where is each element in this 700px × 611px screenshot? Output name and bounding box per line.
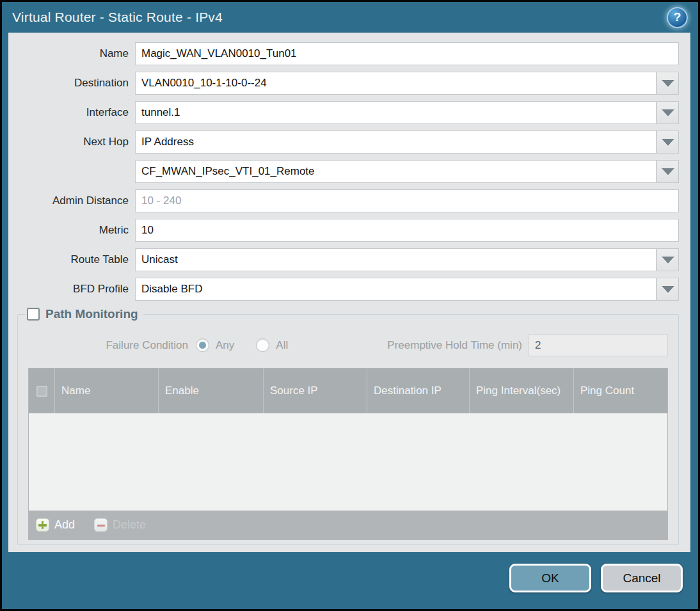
metric-label: Metric bbox=[17, 224, 135, 237]
path-monitoring-table: Name Enable Source IP Destination IP Pin… bbox=[28, 368, 668, 540]
minus-icon bbox=[94, 518, 107, 532]
chevron-down-icon bbox=[662, 168, 674, 175]
route-table-dropdown-button[interactable] bbox=[656, 248, 679, 271]
next-hop-address-dropdown-button[interactable] bbox=[656, 160, 679, 183]
cancel-button[interactable]: Cancel bbox=[601, 564, 683, 592]
interface-input[interactable] bbox=[135, 101, 656, 124]
route-table-label: Route Table bbox=[17, 253, 135, 266]
path-monitoring-legend: Path Monitoring bbox=[26, 307, 143, 321]
plus-icon bbox=[36, 518, 49, 532]
bfd-profile-label: BFD Profile bbox=[17, 283, 135, 296]
column-header-source-ip: Source IP bbox=[264, 369, 367, 413]
interface-row: Interface bbox=[17, 101, 679, 124]
help-icon[interactable]: ? bbox=[667, 7, 688, 28]
bfd-profile-input[interactable] bbox=[135, 278, 656, 301]
column-header-enable: Enable bbox=[159, 369, 264, 413]
delete-button[interactable]: Delete bbox=[94, 518, 146, 532]
column-header-ping-interval: Ping Interval(sec) bbox=[470, 369, 574, 413]
column-header-destination-ip: Destination IP bbox=[367, 369, 470, 413]
next-hop-row: Next Hop bbox=[17, 131, 679, 154]
failure-condition-any-label: Any bbox=[216, 339, 234, 352]
select-all-cell bbox=[29, 369, 55, 413]
destination-row: Destination bbox=[17, 72, 679, 95]
path-monitoring-section: Path Monitoring Failure Condition Any Al… bbox=[17, 307, 679, 545]
name-label: Name bbox=[17, 47, 135, 60]
path-monitoring-title: Path Monitoring bbox=[45, 307, 138, 321]
ok-button[interactable]: OK bbox=[509, 564, 591, 592]
next-hop-type-dropdown-button[interactable] bbox=[656, 131, 679, 154]
dialog-title: Virtual Router - Static Route - IPv4 bbox=[12, 10, 223, 25]
next-hop-label: Next Hop bbox=[17, 136, 135, 148]
path-monitoring-checkbox[interactable] bbox=[27, 308, 40, 321]
next-hop-address-input[interactable] bbox=[135, 160, 656, 183]
interface-label: Interface bbox=[17, 106, 135, 119]
next-hop-address-row bbox=[17, 160, 679, 183]
destination-label: Destination bbox=[17, 77, 135, 90]
preemptive-hold-time-input[interactable] bbox=[529, 334, 668, 356]
chevron-down-icon bbox=[662, 139, 674, 146]
chevron-down-icon bbox=[662, 80, 674, 87]
destination-input[interactable] bbox=[135, 72, 656, 95]
dialog: Virtual Router - Static Route - IPv4 ? N… bbox=[0, 0, 700, 611]
chevron-down-icon bbox=[662, 286, 674, 293]
admin-distance-label: Admin Distance bbox=[17, 194, 135, 207]
name-row: Name bbox=[17, 42, 679, 65]
delete-button-label: Delete bbox=[113, 518, 146, 532]
bfd-profile-row: BFD Profile bbox=[17, 278, 679, 301]
dialog-content: Name Destination Interface Next Hop bbox=[8, 33, 690, 552]
destination-dropdown-button[interactable] bbox=[656, 72, 679, 95]
table-toolbar: Add Delete bbox=[29, 511, 667, 539]
preemptive-hold-time-label: Preemptive Hold Time (min) bbox=[387, 339, 522, 352]
table-body-empty bbox=[29, 413, 667, 511]
table-header-row: Name Enable Source IP Destination IP Pin… bbox=[29, 369, 667, 413]
column-header-ping-count: Ping Count bbox=[574, 369, 667, 413]
metric-row: Metric bbox=[17, 219, 679, 242]
interface-dropdown-button[interactable] bbox=[656, 101, 679, 124]
add-button[interactable]: Add bbox=[36, 518, 75, 532]
next-hop-type-input[interactable] bbox=[135, 131, 656, 154]
dialog-titlebar: Virtual Router - Static Route - IPv4 ? bbox=[2, 2, 698, 33]
failure-condition-any-radio[interactable] bbox=[196, 338, 209, 352]
add-button-label: Add bbox=[54, 518, 75, 532]
chevron-down-icon bbox=[662, 109, 674, 116]
failure-condition-all-radio[interactable] bbox=[256, 338, 269, 352]
metric-input[interactable] bbox=[135, 219, 679, 242]
admin-distance-input[interactable] bbox=[135, 189, 679, 212]
failure-condition-label: Failure Condition bbox=[28, 339, 196, 352]
route-table-row: Route Table bbox=[17, 248, 679, 271]
dialog-footer: OK Cancel bbox=[2, 552, 698, 609]
route-table-input[interactable] bbox=[135, 248, 656, 271]
admin-distance-row: Admin Distance bbox=[17, 189, 679, 212]
name-input[interactable] bbox=[135, 42, 679, 65]
bfd-profile-dropdown-button[interactable] bbox=[656, 278, 679, 301]
failure-condition-row: Failure Condition Any All Preemptive Hol… bbox=[28, 334, 668, 356]
failure-condition-all-label: All bbox=[276, 339, 288, 352]
chevron-down-icon bbox=[662, 257, 674, 264]
column-header-name: Name bbox=[55, 369, 159, 413]
select-all-checkbox[interactable] bbox=[36, 386, 47, 397]
